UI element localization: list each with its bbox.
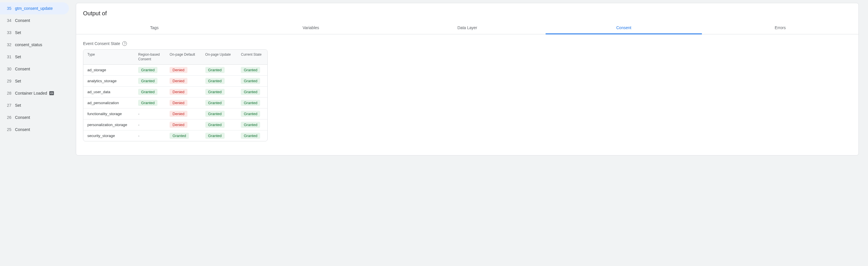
consent-value-cell: Granted xyxy=(134,65,165,76)
granted-badge: Granted xyxy=(241,133,260,139)
sidebar-item-label: Consent xyxy=(15,127,30,132)
granted-badge: Granted xyxy=(205,78,225,84)
granted-badge: Granted xyxy=(205,122,225,128)
consent-type-cell: personalization_storage xyxy=(83,119,134,130)
consent-value-cell: Granted xyxy=(165,130,201,141)
consent-section: Event Consent State ? TypeRegion-basedCo… xyxy=(76,34,859,148)
consent-value-cell: - xyxy=(134,119,165,130)
dash-value: - xyxy=(138,123,139,127)
consent-value-cell: Granted xyxy=(237,119,267,130)
sidebar-item-label: Set xyxy=(15,55,21,59)
consent-value-cell: Denied xyxy=(165,65,201,76)
tab-tags[interactable]: Tags xyxy=(76,21,233,34)
consent-value-cell: Granted xyxy=(237,130,267,141)
granted-badge: Granted xyxy=(205,100,225,106)
panel-tabs: TagsVariablesData LayerConsentErrors xyxy=(76,21,859,34)
consent-value-cell: Denied xyxy=(165,97,201,109)
denied-badge: Denied xyxy=(169,89,187,95)
consent-value-cell: Denied xyxy=(165,109,201,119)
sidebar-item-number: 25 xyxy=(7,127,15,132)
sidebar-item-number: 30 xyxy=(7,67,15,71)
consent-type-cell: functionality_storage xyxy=(83,109,134,119)
sidebar-item-label: Set xyxy=(15,103,21,108)
help-icon[interactable]: ? xyxy=(122,41,127,46)
consent-value-cell: Granted xyxy=(237,109,267,119)
denied-badge: Denied xyxy=(169,100,187,106)
sidebar-item-33[interactable]: 33Set xyxy=(0,27,69,39)
sidebar-item-25[interactable]: 25Consent xyxy=(0,123,69,136)
sidebar-item-34[interactable]: 34Consent xyxy=(0,14,69,27)
sidebar-item-number: 33 xyxy=(7,30,15,35)
sidebar-item-27[interactable]: 27Set xyxy=(0,99,69,111)
denied-badge: Denied xyxy=(169,67,187,73)
tab-errors[interactable]: Errors xyxy=(702,21,859,34)
sidebar-item-30[interactable]: 30Consent xyxy=(0,63,69,75)
right-gutter xyxy=(863,0,868,266)
consent-value-cell: Granted xyxy=(237,65,267,76)
consent-value-cell: Granted xyxy=(201,119,237,130)
denied-badge: Denied xyxy=(169,78,187,84)
consent-value-cell: Granted xyxy=(134,87,165,97)
sidebar-item-number: 28 xyxy=(7,91,15,95)
sidebar-item-26[interactable]: 26Consent xyxy=(0,111,69,123)
sidebar-item-label: Set xyxy=(15,30,21,35)
consent-type-cell: analytics_storage xyxy=(83,76,134,87)
consent-table: TypeRegion-basedConsentOn-page DefaultOn… xyxy=(83,50,267,141)
denied-badge: Denied xyxy=(169,111,187,117)
consent-value-cell: Granted xyxy=(201,65,237,76)
sidebar-item-label: Set xyxy=(15,79,21,83)
sidebar-item-29[interactable]: 29Set xyxy=(0,75,69,87)
granted-badge: Granted xyxy=(138,67,157,73)
granted-badge: Granted xyxy=(241,111,260,117)
table-row: personalization_storage-DeniedGrantedGra… xyxy=(83,119,267,130)
table-row: ad_user_dataGrantedDeniedGrantedGranted xyxy=(83,87,267,97)
table-row: security_storage-GrantedGrantedGranted xyxy=(83,130,267,141)
consent-table-wrap: TypeRegion-basedConsentOn-page DefaultOn… xyxy=(83,49,268,141)
dash-value: - xyxy=(138,112,139,116)
table-row: functionality_storage-DeniedGrantedGrant… xyxy=(83,109,267,119)
sidebar-item-31[interactable]: 31Set xyxy=(0,51,69,63)
tab-data-layer[interactable]: Data Layer xyxy=(389,21,546,34)
table-row: analytics_storageGrantedDeniedGrantedGra… xyxy=(83,76,267,87)
sidebar-item-label: Consent xyxy=(15,18,30,23)
table-header: Type xyxy=(83,50,134,65)
consent-value-cell: - xyxy=(134,130,165,141)
consent-type-cell: ad_user_data xyxy=(83,87,134,97)
table-row: ad_storageGrantedDeniedGrantedGranted xyxy=(83,65,267,76)
consent-value-cell: Granted xyxy=(201,109,237,119)
granted-badge: Granted xyxy=(241,78,260,84)
sidebar-item-number: 27 xyxy=(7,103,15,108)
panel-title: Output of xyxy=(76,10,859,21)
granted-badge: Granted xyxy=(241,89,260,95)
sidebar-item-number: 34 xyxy=(7,18,15,23)
sidebar-item-28[interactable]: 28Container Loaded<> xyxy=(0,87,69,99)
consent-type-cell: security_storage xyxy=(83,130,134,141)
sidebar-item-32[interactable]: 32consent_status xyxy=(0,39,69,51)
granted-badge: Granted xyxy=(205,133,225,139)
dash-value: - xyxy=(138,134,139,138)
table-header: Current State xyxy=(237,50,267,65)
event-sidebar: 35gtm_consent_update34Consent33Set32cons… xyxy=(0,0,71,266)
tab-consent[interactable]: Consent xyxy=(546,21,702,34)
sidebar-item-label: Consent xyxy=(15,115,30,120)
granted-badge: Granted xyxy=(241,100,260,106)
sidebar-item-label: Consent xyxy=(15,67,30,71)
consent-value-cell: Granted xyxy=(134,76,165,87)
table-header: Region-basedConsent xyxy=(134,50,165,65)
granted-badge: Granted xyxy=(169,133,189,139)
granted-badge: Granted xyxy=(138,78,157,84)
tab-variables[interactable]: Variables xyxy=(233,21,389,34)
sidebar-item-number: 32 xyxy=(7,42,15,47)
denied-badge: Denied xyxy=(169,122,187,128)
section-title: Event Consent State xyxy=(83,41,120,46)
sidebar-item-number: 26 xyxy=(7,115,15,120)
sidebar-item-35[interactable]: 35gtm_consent_update xyxy=(0,2,69,14)
granted-badge: Granted xyxy=(138,100,157,106)
consent-value-cell: Granted xyxy=(201,130,237,141)
consent-value-cell: Granted xyxy=(201,76,237,87)
consent-type-cell: ad_personalization xyxy=(83,97,134,109)
consent-value-cell: Granted xyxy=(237,87,267,97)
granted-badge: Granted xyxy=(241,122,260,128)
consent-value-cell: Granted xyxy=(201,97,237,109)
granted-badge: Granted xyxy=(138,89,157,95)
